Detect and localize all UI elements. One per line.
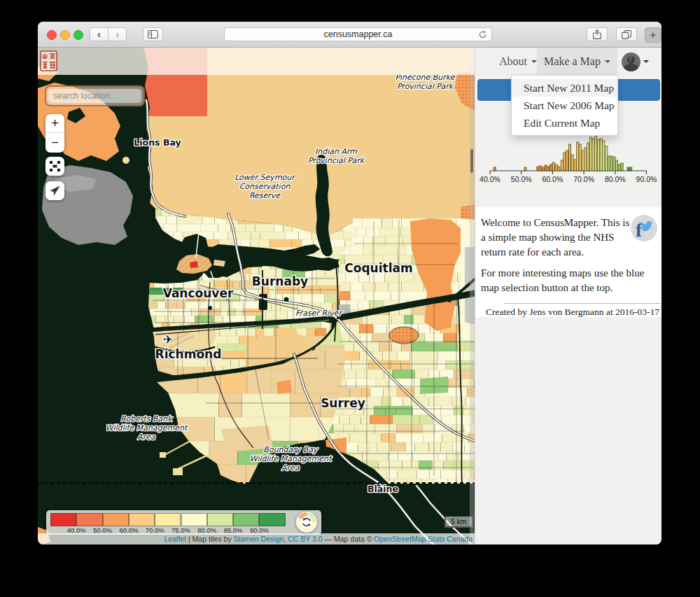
histogram-bar	[595, 136, 597, 171]
scale-bar: 5 km	[444, 517, 473, 528]
legend-swatch	[259, 513, 285, 526]
menu-item-start-2006[interactable]: Start New 2006 Map	[512, 97, 617, 114]
legend-swatch	[207, 513, 233, 526]
page-scrollbar[interactable]	[470, 48, 474, 545]
histogram-bar	[584, 148, 587, 171]
map-place-label: Area	[281, 463, 300, 472]
nav-make-a-map[interactable]: Make a Map	[537, 48, 617, 75]
attribution-text: | Map tiles by	[186, 535, 234, 543]
sidebar-toggle-button[interactable]	[143, 27, 163, 41]
map-place-label: Richmond	[155, 347, 222, 361]
show-all-tabs-button[interactable]	[616, 27, 637, 41]
caret-down-icon	[605, 60, 610, 63]
map-place-label: Lower Seymour	[234, 173, 296, 182]
histogram-bar	[577, 142, 579, 171]
browser-toolbar: ‹ › censusmapper.ca +	[38, 22, 662, 48]
histogram-bar	[552, 162, 554, 171]
histogram-bar	[618, 164, 620, 171]
map[interactable]: Lions BayPinecone BurkeProvincial ParkIn…	[38, 48, 475, 545]
navbar: About Make a Map ?	[475, 48, 662, 75]
minimize-button[interactable]	[60, 30, 70, 40]
legend-swatch	[181, 513, 207, 526]
map-place-label: Roberts Bank	[120, 414, 173, 423]
scrollbar-thumb[interactable]	[470, 149, 473, 173]
map-place-label: Conservation	[239, 182, 291, 191]
menu-item-edit-current[interactable]: Edit Current Map	[512, 114, 617, 132]
histogram-bar	[627, 167, 629, 171]
histogram-bar	[606, 146, 608, 171]
zoom-button[interactable]	[74, 30, 83, 40]
avatar-question-mark: ?	[629, 55, 632, 63]
sidebar-icon	[148, 30, 158, 38]
forward-button[interactable]: ›	[108, 27, 127, 41]
reload-icon[interactable]	[478, 30, 487, 39]
nav-about[interactable]: About	[492, 48, 544, 75]
histogram-bar	[574, 160, 576, 171]
plus-icon: +	[650, 29, 657, 40]
histogram-bar	[493, 167, 496, 171]
histogram-tick-label: 60.0%	[542, 175, 564, 183]
search-input[interactable]: search location....	[45, 85, 145, 106]
map-legend: 40.0%50.0%60.0%70.0%75.0%80.0%85.0%90.0%	[46, 510, 321, 535]
address-bar[interactable]: censusmapper.ca	[224, 27, 492, 41]
back-button[interactable]: ‹	[90, 27, 108, 41]
osm-link[interactable]: OpenStreetMap	[374, 535, 426, 543]
histogram-bar	[579, 144, 581, 171]
histogram-bar	[568, 144, 570, 171]
stamen-link[interactable]: Stamen Design, CC BY 3.0	[234, 535, 323, 543]
caret-down-icon	[531, 60, 537, 63]
menu-item-start-2011[interactable]: Start New 2011 Map	[512, 79, 617, 97]
histogram-bar	[613, 157, 615, 171]
welcome-text-1: Welcome to CensusMapper. This is a simpl…	[481, 216, 634, 260]
map-place-label: Blaine	[368, 484, 398, 494]
map-place-label: Reserve	[249, 191, 281, 200]
histogram-bar	[571, 155, 573, 171]
browser-window: ‹ › censusmapper.ca + Lions BayPinecone …	[38, 22, 662, 545]
social-share-icons[interactable]: f	[631, 215, 657, 241]
histogram-bar	[555, 164, 557, 171]
forward-icon: ›	[115, 29, 119, 39]
statcan-link[interactable]: Stats Canada	[426, 535, 472, 543]
histogram-bar	[582, 150, 584, 171]
histogram-bar	[587, 143, 589, 171]
user-avatar[interactable]: ?	[622, 52, 640, 71]
histogram-bar	[540, 166, 542, 171]
legend-swatch	[76, 513, 102, 526]
histogram-bar	[608, 156, 610, 171]
histogram-tick-label: 40.0%	[479, 175, 500, 183]
histogram-bar	[545, 165, 547, 171]
histogram-tick-label: 50.0%	[511, 175, 532, 183]
histogram-bar	[621, 163, 623, 171]
close-button[interactable]	[47, 30, 57, 40]
legend-swatch	[103, 513, 129, 526]
new-tab-button[interactable]: +	[645, 27, 662, 43]
zoom-in-button[interactable]: +	[46, 114, 64, 133]
histogram-bar	[547, 167, 550, 171]
map-place-label: Indian Arm	[315, 147, 357, 156]
divider	[504, 303, 661, 304]
refresh-style-button[interactable]	[296, 512, 317, 533]
map-place-label: Coquitlam	[344, 261, 412, 275]
make-a-map-dropdown: Start New 2011 Map Start New 2006 Map Ed…	[511, 75, 618, 136]
histogram-tick-label: 70.0%	[573, 175, 594, 183]
airport-icon: ✈	[163, 332, 173, 346]
locate-button[interactable]	[46, 181, 64, 200]
share-button[interactable]	[587, 27, 608, 41]
search-placeholder: search location....	[53, 91, 119, 101]
page-content: Lions BayPinecone BurkeProvincial ParkIn…	[38, 48, 662, 545]
histogram-bar	[600, 139, 602, 171]
back-icon: ‹	[97, 29, 101, 39]
zoom-out-button[interactable]: −	[46, 133, 64, 152]
histogram-bar	[558, 167, 560, 171]
fullscreen-button[interactable]	[46, 157, 64, 176]
locate-icon	[50, 185, 60, 196]
histogram-bar	[564, 153, 566, 171]
map-place-label: Burnaby	[252, 274, 308, 288]
legend-swatch	[50, 513, 76, 526]
url-text: censusmapper.ca	[324, 29, 393, 39]
histogram-bar	[615, 160, 617, 171]
caret-down-icon[interactable]	[643, 60, 649, 63]
censusmapper-logo[interactable]	[40, 50, 57, 71]
leaflet-link[interactable]: Leaflet	[164, 535, 187, 543]
map-canvas[interactable]: Lions BayPinecone BurkeProvincial ParkIn…	[38, 48, 475, 545]
